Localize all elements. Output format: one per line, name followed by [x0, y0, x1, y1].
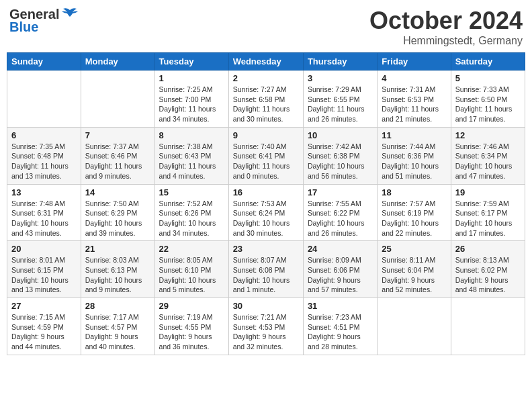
day-number: 9 — [233, 130, 299, 140]
day-cell: 22Sunrise: 8:05 AM Sunset: 6:10 PM Dayli… — [154, 241, 228, 298]
day-number: 21 — [85, 244, 150, 254]
day-info: Sunrise: 7:25 AM Sunset: 7:00 PM Dayligh… — [159, 85, 224, 124]
week-row-2: 6Sunrise: 7:35 AM Sunset: 6:48 PM Daylig… — [7, 127, 525, 184]
calendar-header-row: Sunday Monday Tuesday Wednesday Thursday… — [7, 53, 525, 71]
day-number: 2 — [233, 73, 299, 83]
day-cell: 4Sunrise: 7:31 AM Sunset: 6:53 PM Daylig… — [378, 71, 451, 128]
day-number: 4 — [382, 73, 446, 83]
day-number: 25 — [382, 244, 446, 254]
day-number: 30 — [233, 301, 299, 311]
day-cell: 31Sunrise: 7:23 AM Sunset: 4:51 PM Dayli… — [303, 298, 377, 355]
day-info: Sunrise: 7:40 AM Sunset: 6:41 PM Dayligh… — [233, 142, 299, 181]
day-cell: 21Sunrise: 8:03 AM Sunset: 6:13 PM Dayli… — [81, 241, 154, 298]
day-cell — [451, 298, 525, 355]
page-header: General Blue October 2024 Hemmingstedt, … — [7, 7, 525, 47]
day-number: 3 — [308, 73, 373, 83]
day-info: Sunrise: 8:09 AM Sunset: 6:06 PM Dayligh… — [308, 255, 373, 295]
day-cell: 8Sunrise: 7:38 AM Sunset: 6:43 PM Daylig… — [154, 127, 228, 184]
day-cell: 24Sunrise: 8:09 AM Sunset: 6:06 PM Dayli… — [303, 241, 377, 298]
title-block: October 2024 Hemmingstedt, Germany — [369, 7, 523, 47]
day-number: 8 — [159, 130, 224, 140]
day-cell: 23Sunrise: 8:07 AM Sunset: 6:08 PM Dayli… — [228, 241, 303, 298]
day-cell: 12Sunrise: 7:46 AM Sunset: 6:34 PM Dayli… — [451, 127, 525, 184]
day-cell: 28Sunrise: 7:17 AM Sunset: 4:57 PM Dayli… — [81, 298, 154, 355]
col-sunday: Sunday — [7, 53, 81, 71]
calendar-table: Sunday Monday Tuesday Wednesday Thursday… — [7, 52, 525, 355]
day-cell: 13Sunrise: 7:48 AM Sunset: 6:31 PM Dayli… — [7, 184, 81, 241]
day-number: 11 — [382, 130, 446, 140]
day-cell: 6Sunrise: 7:35 AM Sunset: 6:48 PM Daylig… — [7, 127, 81, 184]
day-info: Sunrise: 7:52 AM Sunset: 6:26 PM Dayligh… — [159, 199, 224, 238]
day-number: 1 — [159, 73, 224, 83]
month-title: October 2024 — [369, 7, 523, 35]
day-cell: 7Sunrise: 7:37 AM Sunset: 6:46 PM Daylig… — [81, 127, 154, 184]
col-monday: Monday — [81, 53, 154, 71]
day-cell: 10Sunrise: 7:42 AM Sunset: 6:38 PM Dayli… — [303, 127, 377, 184]
day-cell: 19Sunrise: 7:59 AM Sunset: 6:17 PM Dayli… — [451, 184, 525, 241]
day-info: Sunrise: 7:44 AM Sunset: 6:36 PM Dayligh… — [382, 142, 446, 181]
day-info: Sunrise: 7:29 AM Sunset: 6:55 PM Dayligh… — [308, 85, 373, 124]
week-row-1: 1Sunrise: 7:25 AM Sunset: 7:00 PM Daylig… — [7, 71, 525, 128]
day-info: Sunrise: 7:46 AM Sunset: 6:34 PM Dayligh… — [455, 142, 521, 181]
day-info: Sunrise: 7:33 AM Sunset: 6:50 PM Dayligh… — [455, 85, 521, 124]
day-cell: 20Sunrise: 8:01 AM Sunset: 6:15 PM Dayli… — [7, 241, 81, 298]
day-info: Sunrise: 7:15 AM Sunset: 4:59 PM Dayligh… — [11, 312, 77, 352]
day-number: 14 — [85, 187, 150, 197]
day-info: Sunrise: 7:48 AM Sunset: 6:31 PM Dayligh… — [11, 199, 77, 238]
day-info: Sunrise: 7:38 AM Sunset: 6:43 PM Dayligh… — [159, 142, 224, 181]
day-number: 7 — [85, 130, 150, 140]
day-number: 29 — [159, 301, 224, 311]
day-info: Sunrise: 7:37 AM Sunset: 6:46 PM Dayligh… — [85, 142, 150, 181]
day-number: 12 — [455, 130, 521, 140]
day-number: 28 — [85, 301, 150, 311]
day-cell: 16Sunrise: 7:53 AM Sunset: 6:24 PM Dayli… — [228, 184, 303, 241]
day-number: 17 — [308, 187, 373, 197]
day-info: Sunrise: 7:50 AM Sunset: 6:29 PM Dayligh… — [85, 199, 150, 238]
day-info: Sunrise: 7:17 AM Sunset: 4:57 PM Dayligh… — [85, 312, 150, 352]
day-info: Sunrise: 8:03 AM Sunset: 6:13 PM Dayligh… — [85, 255, 150, 295]
col-saturday: Saturday — [451, 53, 525, 71]
day-number: 5 — [455, 73, 521, 83]
day-info: Sunrise: 8:13 AM Sunset: 6:02 PM Dayligh… — [455, 255, 521, 295]
day-info: Sunrise: 8:07 AM Sunset: 6:08 PM Dayligh… — [233, 255, 299, 295]
week-row-3: 13Sunrise: 7:48 AM Sunset: 6:31 PM Dayli… — [7, 184, 525, 241]
day-cell — [81, 71, 154, 128]
day-number: 10 — [308, 130, 373, 140]
day-number: 24 — [308, 244, 373, 254]
day-cell: 15Sunrise: 7:52 AM Sunset: 6:26 PM Dayli… — [154, 184, 228, 241]
day-info: Sunrise: 7:21 AM Sunset: 4:53 PM Dayligh… — [233, 312, 299, 352]
location-title: Hemmingstedt, Germany — [369, 35, 523, 47]
col-friday: Friday — [378, 53, 451, 71]
day-number: 23 — [233, 244, 299, 254]
day-cell: 30Sunrise: 7:21 AM Sunset: 4:53 PM Dayli… — [228, 298, 303, 355]
day-info: Sunrise: 7:31 AM Sunset: 6:53 PM Dayligh… — [382, 85, 446, 124]
day-info: Sunrise: 8:05 AM Sunset: 6:10 PM Dayligh… — [159, 255, 224, 295]
logo-bird-icon — [60, 7, 79, 22]
day-info: Sunrise: 7:53 AM Sunset: 6:24 PM Dayligh… — [233, 199, 299, 238]
day-number: 18 — [382, 187, 446, 197]
day-number: 20 — [11, 244, 77, 254]
day-cell — [7, 71, 81, 128]
day-number: 15 — [159, 187, 224, 197]
day-cell: 2Sunrise: 7:27 AM Sunset: 6:58 PM Daylig… — [228, 71, 303, 128]
day-number: 22 — [159, 244, 224, 254]
day-info: Sunrise: 7:42 AM Sunset: 6:38 PM Dayligh… — [308, 142, 373, 181]
day-number: 26 — [455, 244, 521, 254]
day-cell: 17Sunrise: 7:55 AM Sunset: 6:22 PM Dayli… — [303, 184, 377, 241]
week-row-4: 20Sunrise: 8:01 AM Sunset: 6:15 PM Dayli… — [7, 241, 525, 298]
day-cell: 18Sunrise: 7:57 AM Sunset: 6:19 PM Dayli… — [378, 184, 451, 241]
day-cell: 27Sunrise: 7:15 AM Sunset: 4:59 PM Dayli… — [7, 298, 81, 355]
day-cell: 29Sunrise: 7:19 AM Sunset: 4:55 PM Dayli… — [154, 298, 228, 355]
day-cell: 9Sunrise: 7:40 AM Sunset: 6:41 PM Daylig… — [228, 127, 303, 184]
day-cell: 14Sunrise: 7:50 AM Sunset: 6:29 PM Dayli… — [81, 184, 154, 241]
col-wednesday: Wednesday — [228, 53, 303, 71]
day-info: Sunrise: 7:19 AM Sunset: 4:55 PM Dayligh… — [159, 312, 224, 352]
day-cell: 11Sunrise: 7:44 AM Sunset: 6:36 PM Dayli… — [378, 127, 451, 184]
day-info: Sunrise: 7:59 AM Sunset: 6:17 PM Dayligh… — [455, 199, 521, 238]
day-number: 16 — [233, 187, 299, 197]
day-number: 27 — [11, 301, 77, 311]
day-info: Sunrise: 7:57 AM Sunset: 6:19 PM Dayligh… — [382, 199, 446, 238]
day-number: 19 — [455, 187, 521, 197]
day-info: Sunrise: 8:01 AM Sunset: 6:15 PM Dayligh… — [11, 255, 77, 295]
col-tuesday: Tuesday — [154, 53, 228, 71]
